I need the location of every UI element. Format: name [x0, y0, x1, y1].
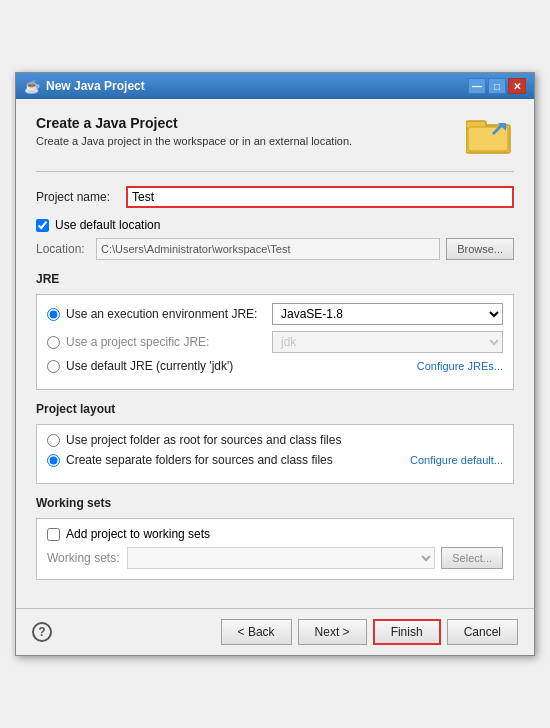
title-bar: ☕ New Java Project — □ ✕	[16, 73, 534, 99]
jre-option3-label[interactable]: Use default JRE (currently 'jdk')	[66, 359, 266, 373]
jre-option1-row: Use an execution environment JRE: JavaSE…	[47, 303, 503, 325]
add-working-set-label[interactable]: Add project to working sets	[66, 527, 210, 541]
jre-option2-row: Use a project specific JRE: jdk	[47, 331, 503, 353]
layout-option1-radio[interactable]	[47, 434, 60, 447]
page-subtitle: Create a Java project in the workspace o…	[36, 135, 352, 147]
location-row: Location: Browse...	[36, 238, 514, 260]
browse-button[interactable]: Browse...	[446, 238, 514, 260]
layout-option2-row: Create separate folders for sources and …	[47, 453, 503, 467]
dialog-content: Create a Java Project Create a Java proj…	[16, 99, 534, 608]
dialog-window: ☕ New Java Project — □ ✕ Create a Java P…	[15, 72, 535, 656]
project-layout-section-title: Project layout	[36, 402, 514, 416]
svg-rect-2	[468, 127, 508, 151]
use-default-location-checkbox[interactable]	[36, 219, 49, 232]
add-working-set-checkbox[interactable]	[47, 528, 60, 541]
jre-option1-radio[interactable]	[47, 308, 60, 321]
jre-option3-row: Use default JRE (currently 'jdk') Config…	[47, 359, 503, 373]
jre-section-box: Use an execution environment JRE: JavaSE…	[36, 294, 514, 390]
footer-buttons: < Back Next > Finish Cancel	[221, 619, 518, 645]
use-default-location-label[interactable]: Use default location	[55, 218, 160, 232]
title-controls: — □ ✕	[468, 78, 526, 94]
working-sets-section-title: Working sets	[36, 496, 514, 510]
layout-option2-radio[interactable]	[47, 454, 60, 467]
window-icon: ☕	[24, 79, 40, 94]
help-button[interactable]: ?	[32, 622, 52, 642]
select-button[interactable]: Select...	[441, 547, 503, 569]
use-default-location-row: Use default location	[36, 218, 514, 232]
working-sets-dropdown[interactable]	[127, 547, 435, 569]
header-section: Create a Java Project Create a Java proj…	[36, 115, 514, 155]
layout-option2-label[interactable]: Create separate folders for sources and …	[66, 453, 333, 467]
jre-section-title: JRE	[36, 272, 514, 286]
project-name-row: Project name:	[36, 186, 514, 208]
next-button[interactable]: Next >	[298, 619, 367, 645]
add-working-set-row: Add project to working sets	[47, 527, 503, 541]
jre-option3-radio[interactable]	[47, 360, 60, 373]
layout-option1-label[interactable]: Use project folder as root for sources a…	[66, 433, 341, 447]
restore-button[interactable]: □	[488, 78, 506, 94]
configure-default-link[interactable]: Configure default...	[410, 454, 503, 466]
project-layout-section-box: Use project folder as root for sources a…	[36, 424, 514, 484]
jre-specific-dropdown[interactable]: jdk	[272, 331, 503, 353]
title-bar-left: ☕ New Java Project	[24, 79, 145, 94]
configure-jres-link[interactable]: Configure JREs...	[417, 360, 503, 372]
project-name-input[interactable]	[126, 186, 514, 208]
folder-icon	[466, 115, 514, 155]
dialog-footer: ? < Back Next > Finish Cancel	[16, 608, 534, 655]
window-title: New Java Project	[46, 79, 145, 93]
page-title: Create a Java Project	[36, 115, 352, 131]
location-input[interactable]	[96, 238, 440, 260]
working-sets-input-row: Working sets: Select...	[47, 547, 503, 569]
back-button[interactable]: < Back	[221, 619, 292, 645]
layout-option1-row: Use project folder as root for sources a…	[47, 433, 503, 447]
location-label: Location:	[36, 242, 96, 256]
header-text: Create a Java Project Create a Java proj…	[36, 115, 352, 147]
jre-environment-dropdown[interactable]: JavaSE-1.8	[272, 303, 503, 325]
working-sets-label: Working sets:	[47, 551, 127, 565]
jre-option2-label[interactable]: Use a project specific JRE:	[66, 335, 266, 349]
close-button[interactable]: ✕	[508, 78, 526, 94]
minimize-button[interactable]: —	[468, 78, 486, 94]
jre-option1-label[interactable]: Use an execution environment JRE:	[66, 307, 266, 321]
working-sets-section-box: Add project to working sets Working sets…	[36, 518, 514, 580]
finish-button[interactable]: Finish	[373, 619, 441, 645]
cancel-button[interactable]: Cancel	[447, 619, 518, 645]
jre-option2-radio[interactable]	[47, 336, 60, 349]
project-name-label: Project name:	[36, 190, 126, 204]
header-divider	[36, 171, 514, 172]
